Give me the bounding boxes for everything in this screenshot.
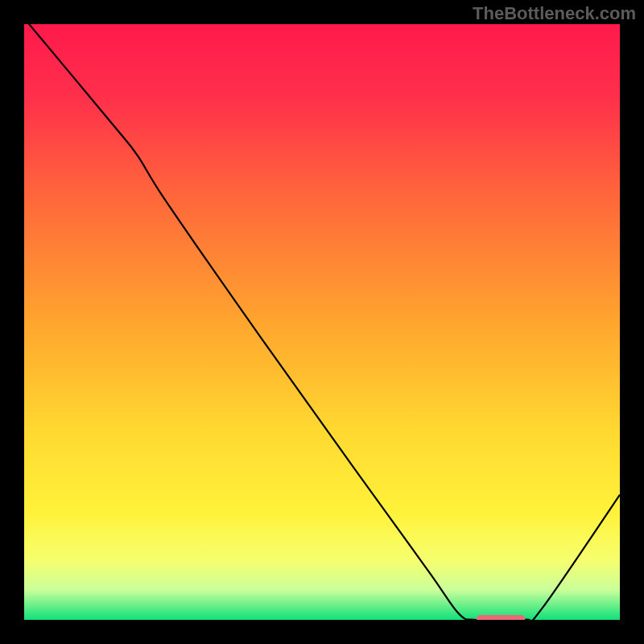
bottleneck-curve (24, 24, 620, 620)
chart-frame: TheBottleneck.com (0, 0, 644, 644)
plot-area (24, 24, 620, 620)
watermark-text: TheBottleneck.com (473, 3, 636, 24)
optimum-marker (477, 615, 524, 620)
